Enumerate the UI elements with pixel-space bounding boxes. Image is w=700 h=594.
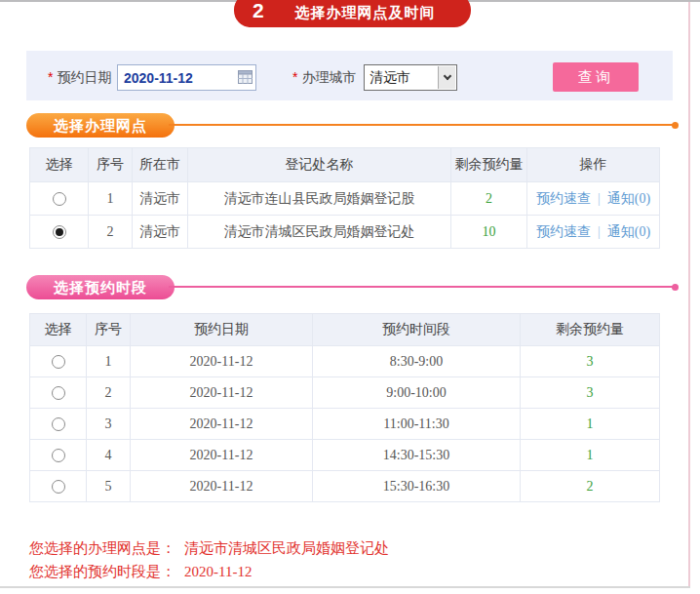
notice-link[interactable]: 通知(0)	[607, 191, 650, 206]
quick-check-link[interactable]: 预约速查	[536, 191, 591, 206]
page-right-border	[688, 2, 690, 586]
timeslot-cell: 8:30-9:00	[313, 346, 521, 377]
col-date: 预约日期	[131, 314, 313, 346]
step-title: 选择办理网点及时间	[234, 4, 471, 22]
city-cell: 清远市	[133, 216, 188, 249]
seq-cell: 4	[87, 440, 131, 471]
col-seq: 序号	[87, 314, 131, 346]
col-select: 选择	[30, 314, 87, 346]
timeslot-cell: 14:30-15:30	[313, 440, 521, 471]
selected-time-value: 2020-11-12	[184, 564, 252, 579]
seq-cell: 2	[87, 377, 131, 409]
remaining-cell: 3	[521, 377, 660, 409]
site-section-rule-dot	[672, 122, 679, 129]
site-table-header-row: 选择 序号 所在市 登记处名称 剩余预约量 操作	[30, 148, 660, 182]
step-banner: 2 选择办理网点及时间	[234, 0, 471, 27]
table-row: 4 2020-11-12 14:30-15:30 1	[30, 440, 660, 471]
notice-link[interactable]: 通知(0)	[607, 224, 650, 239]
selected-time-line: 您选择的预约时段是：2020-11-12	[29, 560, 389, 583]
selected-site-value: 清远市清城区民政局婚姻登记处	[184, 540, 389, 556]
selected-site-label: 您选择的办理网点是：	[29, 540, 175, 556]
date-cell: 2020-11-12	[131, 346, 313, 377]
remaining-cell: 2	[521, 471, 660, 502]
time-section-rule-dot	[672, 284, 679, 291]
table-row: 2 清远市 清远市清城区民政局婚姻登记处 10 预约速查|通知(0)	[30, 216, 660, 249]
city-cell: 清远市	[133, 182, 188, 216]
timeslot-cell: 15:30-16:30	[313, 471, 521, 502]
actions-cell: 预约速查|通知(0)	[527, 182, 660, 216]
seq-cell: 2	[89, 216, 133, 249]
city-label: *办理城市	[292, 69, 356, 87]
timeslot-cell: 9:00-10:00	[313, 377, 521, 409]
timeslot-radio[interactable]	[52, 480, 65, 494]
seq-cell: 1	[87, 346, 131, 377]
seq-cell: 5	[87, 471, 131, 502]
table-row: 3 2020-11-12 11:00-11:30 1	[30, 409, 660, 440]
date-cell: 2020-11-12	[131, 471, 313, 502]
seq-cell: 1	[89, 182, 133, 216]
site-section-header: 选择办理网点	[26, 113, 681, 139]
timeslot-cell: 11:00-11:30	[313, 409, 521, 440]
time-section-title: 选择预约时段	[26, 275, 175, 299]
table-row: 1 2020-11-12 8:30-9:00 3	[30, 346, 660, 377]
time-section-rule	[169, 286, 674, 288]
timeslot-radio[interactable]	[52, 386, 65, 400]
registry-name-cell: 清远市清城区民政局婚姻登记处	[188, 216, 451, 249]
date-cell: 2020-11-12	[131, 377, 313, 409]
site-radio[interactable]	[53, 225, 66, 239]
remaining-cell: 10	[451, 216, 527, 249]
time-section-header: 选择预约时段	[26, 275, 681, 300]
col-registry-name: 登记处名称	[188, 148, 451, 182]
col-remaining: 剩余预约量	[521, 314, 660, 346]
col-actions: 操作	[527, 148, 660, 182]
seq-cell: 3	[87, 409, 131, 440]
table-row: 2 2020-11-12 9:00-10:00 3	[30, 377, 660, 409]
timeslot-radio[interactable]	[52, 449, 65, 462]
appointment-step2-page: 2 选择办理网点及时间 *预约日期 *办理城市 清远市 查询 选择办理网点	[0, 0, 700, 594]
city-select[interactable]: 清远市	[364, 64, 457, 91]
link-separator: |	[598, 191, 601, 206]
col-city: 所在市	[133, 148, 188, 182]
col-seq: 序号	[89, 148, 133, 182]
site-table: 选择 序号 所在市 登记处名称 剩余预约量 操作 1 清远市 清远市连山县民政局…	[29, 147, 660, 249]
table-row: 5 2020-11-12 15:30-16:30 2	[30, 471, 660, 502]
timeslot-radio[interactable]	[52, 355, 65, 369]
appointment-date-input[interactable]	[117, 64, 256, 91]
site-section-title: 选择办理网点	[26, 113, 175, 138]
table-row: 1 清远市 清远市连山县民政局婚姻登记股 2 预约速查|通知(0)	[30, 182, 660, 216]
calendar-icon[interactable]	[238, 70, 253, 84]
col-select: 选择	[30, 148, 89, 182]
actions-cell: 预约速查|通知(0)	[527, 216, 660, 249]
chevron-down-icon[interactable]	[438, 66, 455, 89]
site-section-rule	[169, 124, 674, 126]
date-cell: 2020-11-12	[131, 440, 313, 471]
link-separator: |	[598, 224, 601, 239]
page-bottom-border	[0, 586, 690, 588]
selected-time-label: 您选择的预约时段是：	[29, 564, 175, 579]
time-table: 选择 序号 预约日期 预约时间段 剩余预约量 1 2020-11-12 8:30…	[29, 313, 660, 502]
remaining-cell: 1	[521, 409, 660, 440]
selected-site-line: 您选择的办理网点是：清远市清城区民政局婚姻登记处	[29, 536, 389, 560]
site-radio[interactable]	[53, 192, 66, 206]
required-asterisk: *	[48, 69, 53, 85]
filter-bar: *预约日期 *办理城市 清远市 查询	[26, 51, 673, 100]
selection-summary: 您选择的办理网点是：清远市清城区民政局婚姻登记处 您选择的预约时段是：2020-…	[29, 536, 389, 583]
registry-name-cell: 清远市连山县民政局婚姻登记股	[188, 182, 451, 216]
col-timeslot: 预约时间段	[313, 314, 521, 346]
query-button[interactable]: 查询	[553, 62, 639, 92]
quick-check-link[interactable]: 预约速查	[536, 224, 591, 239]
remaining-cell: 3	[521, 346, 660, 377]
col-remaining: 剩余预约量	[451, 148, 527, 182]
required-asterisk: *	[292, 69, 297, 85]
timeslot-radio[interactable]	[52, 417, 65, 431]
step-number: 2	[253, 0, 264, 22]
date-cell: 2020-11-12	[131, 409, 313, 440]
remaining-cell: 2	[451, 182, 527, 216]
date-field-wrap	[117, 64, 256, 91]
remaining-cell: 1	[521, 440, 660, 471]
date-label: *预约日期	[48, 69, 111, 87]
time-table-header-row: 选择 序号 预约日期 预约时间段 剩余预约量	[30, 314, 660, 346]
